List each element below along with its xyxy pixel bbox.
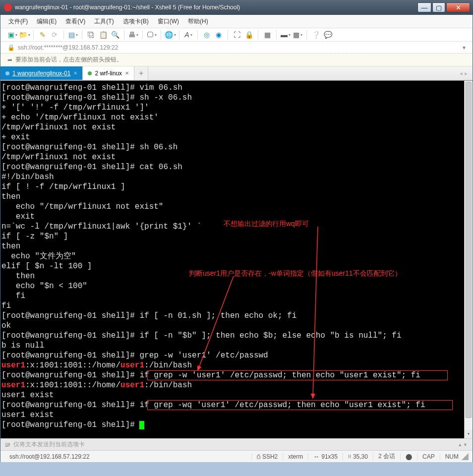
status-sessions: 2 会话 <box>373 452 400 461</box>
calc-icon[interactable]: ▦ <box>262 30 272 40</box>
resize-grip-icon[interactable] <box>462 453 469 460</box>
scrollbar[interactable]: ▾ <box>464 81 473 438</box>
terminal-line: echo "$n < 100" <box>1 281 472 291</box>
screen-icon[interactable]: 🖵 <box>147 30 157 40</box>
status-connection: ssh://root@192.168.57.129:22 <box>4 453 251 460</box>
menu-help[interactable]: 帮助(H) <box>188 17 208 26</box>
lock-icon: 🔒 <box>7 44 15 51</box>
status-cap: CAP <box>417 453 440 460</box>
tab-label: 2 wrf-linux <box>95 70 122 77</box>
terminal-line: user1 exist <box>1 390 472 400</box>
status-protocol: ⎙SSH2 <box>251 453 283 460</box>
status-pos: ⁞⁞35,30 <box>343 453 373 460</box>
terminal-line: + exit <box>1 132 472 142</box>
profile-icon[interactable]: ▤ <box>68 30 78 40</box>
terminal-line: user1 exist <box>1 410 472 420</box>
toolbar: ▣ 📁 ✎ ⟳ ▤ ⿻ 📋 🔍 🖶 🖵 🌐 A ◎ ◉ ⛶ 🔒 ▦ ▬ ▦ ❔ … <box>0 28 473 42</box>
tab-add-button[interactable]: + <box>134 66 148 80</box>
terminal-line: if [ -z "$n" ] <box>1 232 472 241</box>
send-icon[interactable]: 🖳 <box>4 441 10 448</box>
status-term: xterm <box>283 453 308 460</box>
search-icon[interactable]: 🔍 <box>110 30 120 40</box>
terminal-line: echo "文件为空" <box>1 251 472 261</box>
menu-window[interactable]: 窗口(W) <box>158 17 179 26</box>
up-icon[interactable]: ▲ <box>458 442 462 447</box>
menu-view[interactable]: 查看(V) <box>65 17 85 26</box>
terminal-line: user1:x:1001:1001::/home/user1:/bin/bash <box>1 380 472 390</box>
status-rec: ⬤ <box>400 453 417 460</box>
print-icon[interactable]: 🖶 <box>128 30 138 40</box>
annotation-wq: 不想输出过滤的行用wq即可 <box>224 219 309 229</box>
terminal-line: user1:x:1001:1001::/home/user1:/bin/bash <box>1 360 472 370</box>
paste-icon[interactable]: 📋 <box>98 30 108 40</box>
copy-icon[interactable]: ⿻ <box>86 30 96 40</box>
menu-edit[interactable]: 编辑(E) <box>37 17 57 26</box>
terminal-line: [root@wangruifeng-01 shell]# <box>1 420 472 430</box>
menu-file[interactable]: 文件(F) <box>8 17 28 26</box>
tab-label: 1 wangruifenglinux-01 <box>12 70 70 77</box>
highlight-box <box>147 370 448 380</box>
terminal-line: /tmp/wrflinux1 not exist <box>1 122 472 132</box>
terminal[interactable]: [root@wangruifeng-01 shell]# vim 06.sh[r… <box>0 80 473 438</box>
add-session-icon[interactable]: ➦ <box>7 57 12 63</box>
address-text: ssh://root:********@192.168.57.129:22 <box>18 44 118 51</box>
down-icon[interactable]: ▼ <box>463 442 468 447</box>
scrollbar-thumb[interactable] <box>466 82 472 418</box>
minimize-button[interactable]: — <box>417 2 431 12</box>
transfer-icon[interactable]: ◉ <box>214 30 224 40</box>
globe-icon[interactable]: 🌐 <box>165 30 175 40</box>
address-dropdown-icon[interactable]: ▾ <box>463 44 466 51</box>
app-icon <box>4 3 12 11</box>
layout-icon[interactable]: ▬ <box>281 30 291 40</box>
tab-inactive[interactable]: 2 wrf-linux ✕ <box>83 66 134 80</box>
maximize-button[interactable]: ▢ <box>432 2 445 12</box>
window-title: wangruifenglinux-01 - root@wangruifeng-0… <box>15 4 417 11</box>
tab-close-icon[interactable]: ✕ <box>73 70 77 76</box>
window-controls: — ▢ ✕ <box>417 2 471 12</box>
terminal-line: [root@wangruifeng-01 shell]# sh -x 06.sh <box>1 93 472 103</box>
grid-icon[interactable]: ▦ <box>293 30 302 40</box>
lock-icon[interactable]: 🔒 <box>244 30 254 40</box>
terminal-line: [root@wangruifeng-01 shell]# cat 06.sh <box>1 162 472 172</box>
wand-icon[interactable]: ✎ <box>38 30 48 40</box>
info-bar: ➦ 要添加当前会话，点击左侧的箭头按钮。 <box>0 54 473 66</box>
msg-icon[interactable]: 💬 <box>323 30 333 40</box>
terminal-line: fi <box>1 291 472 301</box>
help-icon[interactable]: ❔ <box>311 30 321 40</box>
menu-tools[interactable]: 工具(T) <box>94 17 114 26</box>
tab-nav: ◂ ▸ <box>460 66 473 80</box>
status-size: ↔91x35 <box>308 453 343 460</box>
send-bar[interactable]: 🖳 仅将文本发送到当前选项卡 ▲ ▼ <box>0 438 473 450</box>
fullscreen-icon[interactable]: ⛶ <box>232 30 242 40</box>
terminal-line: + echo '/tmp/wrflinux1 not exist' <box>1 113 472 122</box>
send-text: 仅将文本发送到当前选项卡 <box>13 440 85 449</box>
font-icon[interactable]: A <box>183 30 193 40</box>
window-titlebar: wangruifenglinux-01 - root@wangruifeng-0… <box>0 0 473 15</box>
new-session-icon[interactable]: ▣ <box>7 30 17 40</box>
status-num: NUM <box>440 453 460 460</box>
address-bar[interactable]: 🔒 ssh://root:********@192.168.57.129:22 … <box>0 42 473 54</box>
terminal-line: b is null <box>1 341 472 351</box>
annotation-user1: 判断user1用户是否存在，-w单词指定（假如有user11不会匹配到它） <box>189 268 402 278</box>
tab-next-icon[interactable]: ▸ <box>465 70 468 77</box>
terminal-line: [root@wangruifeng-01 shell]# if [ -n "$b… <box>1 331 472 341</box>
terminal-line: #!/bin/bash <box>1 172 472 182</box>
terminal-line: ok <box>1 321 472 331</box>
terminal-line: [root@wangruifeng-01 shell]# vim 06.sh <box>1 83 472 93</box>
terminal-line: fi <box>1 301 472 311</box>
tab-prev-icon[interactable]: ◂ <box>460 70 463 77</box>
status-bar: ssh://root@192.168.57.129:22 ⎙SSH2 xterm… <box>0 450 473 462</box>
tab-close-icon[interactable]: ✕ <box>125 70 129 76</box>
reconnect-icon[interactable]: ⟳ <box>50 30 59 40</box>
terminal-line: [root@wangruifeng-01 shell]# grep -w 'us… <box>1 351 472 360</box>
terminal-line: then <box>1 241 472 251</box>
menu-bar: 文件(F) 编辑(E) 查看(V) 工具(T) 选项卡(B) 窗口(W) 帮助(… <box>0 15 473 28</box>
close-button[interactable]: ✕ <box>446 2 470 12</box>
open-folder-icon[interactable]: 📁 <box>19 30 29 40</box>
menu-tabs[interactable]: 选项卡(B) <box>123 17 149 26</box>
ftp-icon[interactable]: ◎ <box>202 30 212 40</box>
scroll-down-icon[interactable]: ▾ <box>465 430 473 438</box>
tab-active[interactable]: 1 wangruifenglinux-01 ✕ <box>0 66 83 80</box>
terminal-line: if [ ! -f /tmp/wrflinux1 ] <box>1 182 472 192</box>
send-controls: ▲ ▼ <box>458 442 468 447</box>
